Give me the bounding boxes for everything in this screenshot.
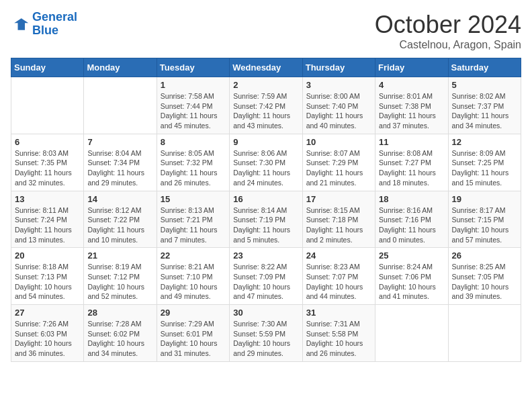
calendar-cell: 27Sunrise: 7:26 AM Sunset: 6:03 PM Dayli… [11, 305, 84, 362]
day-header-thursday: Thursday [302, 58, 375, 77]
day-number: 29 [161, 308, 226, 318]
calendar-cell [448, 305, 521, 362]
calendar-cell: 16Sunrise: 8:14 AM Sunset: 7:19 PM Dayli… [230, 191, 302, 248]
calendar-cell [375, 305, 448, 362]
day-info: Sunrise: 8:05 AM Sunset: 7:32 PM Dayligh… [161, 148, 226, 188]
day-number: 14 [87, 194, 152, 204]
calendar-cell: 31Sunrise: 7:31 AM Sunset: 5:58 PM Dayli… [302, 305, 375, 362]
day-info: Sunrise: 7:58 AM Sunset: 7:44 PM Dayligh… [161, 91, 226, 131]
calendar-week-1: 1Sunrise: 7:58 AM Sunset: 7:44 PM Daylig… [11, 77, 521, 134]
day-info: Sunrise: 8:21 AM Sunset: 7:10 PM Dayligh… [161, 262, 226, 302]
day-info: Sunrise: 7:26 AM Sunset: 6:03 PM Dayligh… [15, 319, 80, 359]
day-info: Sunrise: 8:15 AM Sunset: 7:18 PM Dayligh… [306, 205, 371, 245]
calendar-cell: 7Sunrise: 8:04 AM Sunset: 7:34 PM Daylig… [84, 134, 157, 191]
calendar-cell: 12Sunrise: 8:09 AM Sunset: 7:25 PM Dayli… [448, 134, 521, 191]
day-header-monday: Monday [84, 58, 157, 77]
logo-text: General [32, 11, 77, 24]
day-number: 17 [306, 194, 371, 204]
month-title: October 2024 [375, 11, 521, 39]
calendar-week-4: 20Sunrise: 8:18 AM Sunset: 7:13 PM Dayli… [11, 248, 521, 305]
day-info: Sunrise: 8:19 AM Sunset: 7:12 PM Dayligh… [87, 262, 152, 302]
day-number: 5 [452, 80, 517, 90]
calendar-cell: 2Sunrise: 7:59 AM Sunset: 7:42 PM Daylig… [230, 77, 302, 134]
logo: General Blue [11, 11, 77, 38]
day-number: 28 [87, 308, 152, 318]
day-header-friday: Friday [375, 58, 448, 77]
calendar-cell: 15Sunrise: 8:13 AM Sunset: 7:21 PM Dayli… [157, 191, 229, 248]
day-header-tuesday: Tuesday [157, 58, 229, 77]
day-info: Sunrise: 7:30 AM Sunset: 5:59 PM Dayligh… [233, 319, 298, 359]
day-info: Sunrise: 8:17 AM Sunset: 7:15 PM Dayligh… [452, 205, 517, 245]
day-info: Sunrise: 8:18 AM Sunset: 7:13 PM Dayligh… [15, 262, 80, 302]
calendar-cell: 13Sunrise: 8:11 AM Sunset: 7:24 PM Dayli… [11, 191, 84, 248]
calendar-cell: 19Sunrise: 8:17 AM Sunset: 7:15 PM Dayli… [448, 191, 521, 248]
calendar-cell: 22Sunrise: 8:21 AM Sunset: 7:10 PM Dayli… [157, 248, 229, 305]
day-info: Sunrise: 8:11 AM Sunset: 7:24 PM Dayligh… [15, 205, 80, 245]
day-number: 23 [233, 250, 298, 261]
calendar-week-3: 13Sunrise: 8:11 AM Sunset: 7:24 PM Dayli… [11, 191, 521, 248]
day-info: Sunrise: 8:22 AM Sunset: 7:09 PM Dayligh… [233, 262, 298, 302]
calendar-body: 1Sunrise: 7:58 AM Sunset: 7:44 PM Daylig… [11, 77, 521, 362]
calendar-cell: 17Sunrise: 8:15 AM Sunset: 7:18 PM Dayli… [302, 191, 375, 248]
day-number: 26 [452, 250, 517, 261]
day-number: 2 [233, 80, 298, 90]
day-number: 22 [161, 250, 226, 261]
day-info: Sunrise: 8:24 AM Sunset: 7:06 PM Dayligh… [379, 262, 444, 302]
day-info: Sunrise: 8:03 AM Sunset: 7:35 PM Dayligh… [15, 148, 80, 188]
day-info: Sunrise: 8:06 AM Sunset: 7:30 PM Dayligh… [233, 148, 298, 188]
day-number: 20 [15, 250, 80, 261]
location-title: Castelnou, Aragon, Spain [375, 39, 521, 51]
day-number: 9 [233, 137, 298, 147]
calendar-cell: 25Sunrise: 8:24 AM Sunset: 7:06 PM Dayli… [375, 248, 448, 305]
day-number: 27 [15, 308, 80, 318]
day-info: Sunrise: 8:00 AM Sunset: 7:40 PM Dayligh… [306, 91, 371, 131]
calendar-cell: 30Sunrise: 7:30 AM Sunset: 5:59 PM Dayli… [230, 305, 302, 362]
calendar-cell: 29Sunrise: 7:29 AM Sunset: 6:01 PM Dayli… [157, 305, 229, 362]
calendar-cell: 10Sunrise: 8:07 AM Sunset: 7:29 PM Dayli… [302, 134, 375, 191]
calendar-cell: 6Sunrise: 8:03 AM Sunset: 7:35 PM Daylig… [11, 134, 84, 191]
day-number: 4 [379, 80, 444, 90]
day-info: Sunrise: 8:07 AM Sunset: 7:29 PM Dayligh… [306, 148, 371, 188]
calendar-cell [11, 77, 84, 134]
calendar-cell: 14Sunrise: 8:12 AM Sunset: 7:22 PM Dayli… [84, 191, 157, 248]
day-info: Sunrise: 7:29 AM Sunset: 6:01 PM Dayligh… [161, 319, 226, 359]
page-header: General Blue October 2024 Castelnou, Ara… [11, 11, 521, 51]
day-number: 13 [15, 194, 80, 204]
day-info: Sunrise: 8:02 AM Sunset: 7:37 PM Dayligh… [452, 91, 517, 131]
day-info: Sunrise: 8:14 AM Sunset: 7:19 PM Dayligh… [233, 205, 298, 245]
day-info: Sunrise: 8:13 AM Sunset: 7:21 PM Dayligh… [161, 205, 226, 245]
day-number: 8 [161, 137, 226, 147]
calendar-week-2: 6Sunrise: 8:03 AM Sunset: 7:35 PM Daylig… [11, 134, 521, 191]
day-number: 24 [306, 250, 371, 261]
calendar-cell: 4Sunrise: 8:01 AM Sunset: 7:38 PM Daylig… [375, 77, 448, 134]
day-number: 19 [452, 194, 517, 204]
day-number: 6 [15, 137, 80, 147]
day-number: 18 [379, 194, 444, 204]
day-info: Sunrise: 7:31 AM Sunset: 5:58 PM Dayligh… [306, 319, 371, 359]
calendar-cell: 9Sunrise: 8:06 AM Sunset: 7:30 PM Daylig… [230, 134, 302, 191]
calendar-week-5: 27Sunrise: 7:26 AM Sunset: 6:03 PM Dayli… [11, 305, 521, 362]
day-info: Sunrise: 8:04 AM Sunset: 7:34 PM Dayligh… [87, 148, 152, 188]
day-header-saturday: Saturday [448, 58, 521, 77]
day-number: 1 [161, 80, 226, 90]
calendar-cell: 8Sunrise: 8:05 AM Sunset: 7:32 PM Daylig… [157, 134, 229, 191]
day-info: Sunrise: 8:08 AM Sunset: 7:27 PM Dayligh… [379, 148, 444, 188]
calendar-table: SundayMondayTuesdayWednesdayThursdayFrid… [11, 58, 521, 362]
day-number: 30 [233, 308, 298, 318]
calendar-cell: 20Sunrise: 8:18 AM Sunset: 7:13 PM Dayli… [11, 248, 84, 305]
day-number: 16 [233, 194, 298, 204]
day-number: 10 [306, 137, 371, 147]
title-block: October 2024 Castelnou, Aragon, Spain [375, 11, 521, 51]
calendar-cell: 28Sunrise: 7:28 AM Sunset: 6:02 PM Dayli… [84, 305, 157, 362]
calendar-cell: 21Sunrise: 8:19 AM Sunset: 7:12 PM Dayli… [84, 248, 157, 305]
calendar-cell: 3Sunrise: 8:00 AM Sunset: 7:40 PM Daylig… [302, 77, 375, 134]
day-info: Sunrise: 8:01 AM Sunset: 7:38 PM Dayligh… [379, 91, 444, 131]
day-info: Sunrise: 8:09 AM Sunset: 7:25 PM Dayligh… [452, 148, 517, 188]
day-number: 11 [379, 137, 444, 147]
day-info: Sunrise: 7:28 AM Sunset: 6:02 PM Dayligh… [87, 319, 152, 359]
logo-icon [11, 15, 30, 34]
day-number: 12 [452, 137, 517, 147]
day-info: Sunrise: 7:59 AM Sunset: 7:42 PM Dayligh… [233, 91, 298, 131]
calendar-cell: 5Sunrise: 8:02 AM Sunset: 7:37 PM Daylig… [448, 77, 521, 134]
day-number: 21 [87, 250, 152, 261]
